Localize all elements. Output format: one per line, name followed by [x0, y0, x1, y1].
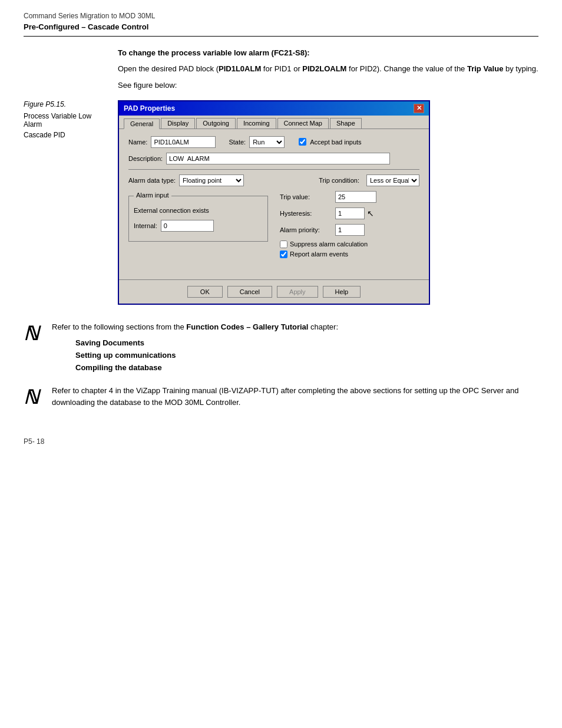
alarm-input-legend: Alarm input: [134, 192, 171, 199]
caption-1: Process Variable Low Alarm: [24, 112, 106, 129]
hysteresis-label: Hysteresis:: [280, 210, 333, 217]
page-number: P5- 18: [24, 437, 538, 446]
section-divider: [24, 36, 538, 37]
trip-condition-label: Trip condition:: [319, 177, 359, 184]
alarm-data-type-select[interactable]: Floating point: [179, 174, 244, 186]
cursor-icon: ↖: [367, 209, 374, 218]
note1-item-1: Saving Documents: [75, 338, 338, 347]
note2-text: Refer to chapter 4 in the ViZapp Trainin…: [52, 385, 538, 408]
tab-shape[interactable]: Shape: [330, 118, 362, 129]
dialog-footer: OK Cancel Apply Help: [119, 279, 429, 304]
tab-incoming[interactable]: Incoming: [237, 118, 276, 129]
body-divider: [128, 169, 419, 170]
caption-2: Cascade PID: [24, 131, 106, 139]
accept-bad-inputs-checkbox[interactable]: [299, 138, 306, 146]
note1-bold: Function Codes – Gallery Tutorial: [186, 322, 308, 331]
dialog-titlebar: PAD Properties ✕: [119, 101, 429, 116]
suppress-checkbox[interactable]: [280, 241, 287, 248]
alarm-priority-input[interactable]: [335, 224, 365, 236]
name-label: Name:: [128, 139, 147, 146]
tab-display[interactable]: Display: [161, 118, 195, 129]
tab-connect-map[interactable]: Connect Map: [277, 118, 329, 129]
dialog-title: PAD Properties: [124, 104, 175, 113]
note1-text: Refer to the following sections from the…: [52, 321, 338, 333]
dialog-tabs: General Display Outgoing Incoming Connec…: [119, 116, 429, 129]
pid2-block: PID2LOALM: [302, 64, 346, 73]
internal-input[interactable]: [161, 220, 214, 232]
note1-icon: ℕ: [24, 321, 44, 345]
trip-condition-select[interactable]: Less or Equal: [366, 174, 419, 186]
body-text-1: Open the desired PAD block (PID1L0ALM fo…: [118, 63, 538, 75]
description-label: Description:: [128, 155, 163, 162]
help-button[interactable]: Help: [323, 286, 361, 298]
alarm-priority-label: Alarm priority:: [280, 226, 333, 233]
doc-subheader: Pre-Configured – Cascade Control: [24, 22, 538, 31]
tab-general[interactable]: General: [124, 118, 160, 129]
description-input[interactable]: [166, 153, 390, 164]
dialog-window: PAD Properties ✕ General Display Outgoin…: [118, 100, 430, 305]
report-label: Report alarm events: [290, 251, 348, 258]
external-connection-text: External connection exists: [134, 207, 263, 214]
figure-label: Figure P5.15.: [24, 100, 106, 108]
trip-value-input[interactable]: [335, 191, 376, 203]
trip-value-label: Trip Value: [467, 64, 503, 73]
state-select[interactable]: Run: [249, 136, 285, 148]
internal-label: Internal:: [134, 222, 157, 229]
trip-value-field-label: Trip value:: [280, 193, 333, 200]
note1-item-2: Setting up communications: [75, 351, 338, 360]
dialog-close-button[interactable]: ✕: [414, 104, 424, 113]
apply-button[interactable]: Apply: [277, 286, 318, 298]
report-checkbox[interactable]: [280, 251, 287, 258]
alarm-data-type-label: Alarm data type:: [128, 177, 176, 184]
hysteresis-input[interactable]: [335, 207, 365, 219]
see-figure: See figure below:: [118, 81, 538, 90]
note1-item-3: Compiling the database: [75, 363, 338, 372]
doc-header: Command Series Migration to MOD 30ML: [24, 12, 538, 20]
section-title: To change the process variable low alarm…: [118, 48, 538, 57]
tab-outgoing[interactable]: Outgoing: [196, 118, 236, 129]
cancel-button[interactable]: Cancel: [227, 286, 272, 298]
ok-button[interactable]: OK: [187, 286, 223, 298]
state-label: State:: [229, 139, 246, 146]
note2-icon: ℕ: [24, 385, 44, 409]
pid1-block: PID1L0ALM: [219, 64, 261, 73]
name-input[interactable]: [151, 136, 216, 148]
accept-bad-inputs-label: Accept bad inputs: [310, 139, 361, 146]
suppress-label: Suppress alarm calculation: [290, 241, 368, 248]
